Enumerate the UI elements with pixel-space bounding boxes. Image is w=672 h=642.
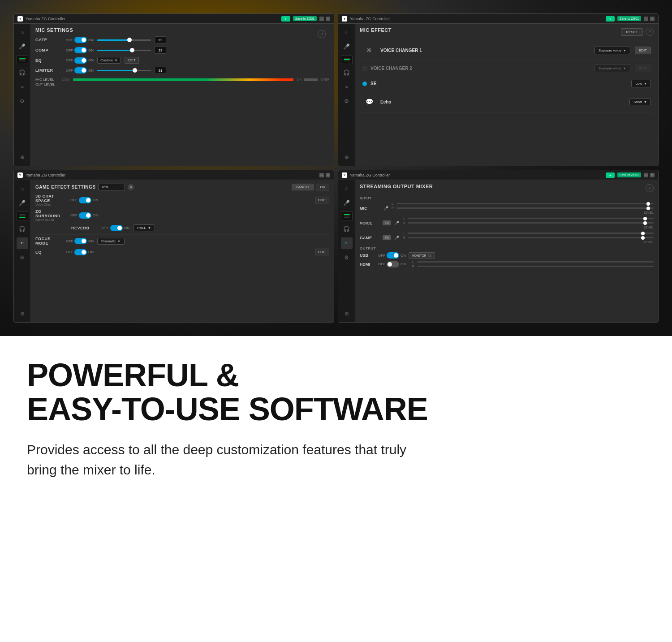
reverb-type-dropdown[interactable]: HALL ▼	[133, 224, 155, 231]
gate-toggle[interactable]	[74, 37, 87, 43]
gate-slider[interactable]	[97, 39, 151, 41]
game-mute-icon[interactable]: 🎤	[394, 235, 400, 241]
se-radio[interactable]	[362, 82, 367, 86]
echo-dropdown[interactable]: Short ▼	[629, 99, 651, 105]
clear-preset-btn[interactable]: ✕	[128, 184, 134, 190]
sidebar-bottom-1[interactable]: ⊕	[17, 151, 28, 163]
top-section: Y Yamaha ZG Controller ● Save to ZG01 — …	[0, 0, 672, 336]
voice-mute-icon[interactable]: 🎤	[394, 220, 400, 226]
hdmi-output-row: HDMI OFF ON L R	[360, 260, 654, 268]
sidebar-home-1[interactable]: ⌂	[17, 26, 28, 38]
se-dropdown[interactable]: Low ▼	[631, 80, 651, 87]
sidebar-settings-3[interactable]: ⚙	[17, 252, 28, 263]
close-btn-2[interactable]: ✕	[650, 17, 655, 21]
voice-l-slider[interactable]	[408, 218, 654, 219]
limiter-slider[interactable]	[97, 70, 151, 71]
voice-changer1-edit-btn[interactable]: EDIT	[635, 47, 651, 54]
game-l-slider[interactable]	[408, 233, 654, 234]
game-eq-toggle[interactable]	[74, 249, 87, 255]
preset-name-input[interactable]	[98, 184, 125, 190]
chat-toggle[interactable]	[79, 197, 91, 203]
sidebar-headphone-2[interactable]: 🎧	[341, 67, 353, 78]
voice-changer2-dropdown[interactable]: Soprano voice ▼	[594, 65, 630, 72]
minimize-btn-1[interactable]: —	[319, 17, 324, 21]
sidebar-home-4[interactable]: ⌂	[341, 183, 353, 194]
close-btn-1[interactable]: ✕	[326, 17, 330, 21]
minimize-btn-3[interactable]: —	[319, 173, 324, 177]
close-btn-3[interactable]: ✕	[326, 173, 330, 177]
eq-toggle[interactable]	[74, 57, 87, 64]
voice-r-row: R	[403, 221, 654, 224]
sidebar-headphone-1[interactable]: 🎧	[17, 67, 28, 78]
comp-slider[interactable]	[97, 50, 151, 51]
surround-labels: ZG SURROUND Game Sound	[35, 209, 67, 221]
voice-l-label: L	[403, 217, 406, 220]
focus-mode-dropdown[interactable]: Dramatic ▼	[97, 238, 125, 245]
game-r-slider[interactable]	[408, 237, 654, 238]
voice-r-slider[interactable]	[408, 222, 654, 224]
help-btn-4[interactable]: ?	[646, 184, 654, 192]
hdmi-l-slider[interactable]	[417, 261, 654, 263]
over-label: OVER	[320, 78, 329, 81]
surround-toggle-group: OFF ON	[70, 212, 98, 219]
yamaha-logo: Y	[17, 16, 23, 22]
window-controls-2: — ✕	[644, 17, 655, 21]
save-button-2[interactable]: Save to ZG01	[617, 16, 641, 21]
sidebar-headphone-4[interactable]: 🎧	[341, 223, 353, 235]
game-eq-edit-btn[interactable]: EDIT	[315, 249, 329, 255]
chat-edit-btn[interactable]: EDIT	[315, 197, 329, 203]
limiter-toggle[interactable]	[74, 67, 87, 73]
sidebar-bottom-3[interactable]: ⊕	[17, 308, 28, 319]
sidebar-settings-2[interactable]: ⚙	[341, 95, 353, 107]
reset-btn[interactable]: RESET	[621, 28, 643, 36]
cancel-btn[interactable]: CANCEL	[292, 184, 314, 190]
sidebar-mic-2[interactable]: 🎤	[341, 41, 353, 52]
sidebar-game-3[interactable]: ≈	[17, 237, 28, 249]
sidebar-eq-1[interactable]: ≈	[17, 81, 28, 93]
sidebar-home-3[interactable]: ⌂	[17, 183, 28, 194]
vc2-radio[interactable]	[362, 66, 367, 71]
usb-monitor-btn[interactable]: MONITOR 🎧	[409, 252, 435, 259]
sidebar-mic-1[interactable]: 🎤	[17, 41, 28, 52]
minimize-btn-2[interactable]: —	[644, 17, 648, 21]
panel-game-effect: Y Yamaha ZG Controller — ✕ ⌂ 🎤 🎧 ≈	[13, 170, 334, 323]
mic-l-slider[interactable]	[396, 203, 654, 204]
sidebar-mic-4[interactable]: 🎤	[341, 197, 353, 209]
output-section-label: OUTPUT	[360, 246, 654, 250]
sidebar-settings-4[interactable]: ⚙	[341, 252, 353, 263]
sidebar-settings-1[interactable]: ⚙	[17, 95, 28, 107]
mic-mute-icon[interactable]: 🎤	[383, 205, 389, 211]
low-label: LOW	[62, 78, 69, 81]
surround-toggle[interactable]	[79, 212, 91, 219]
levels-section: MIC LEVEL LOW OK OVER OUT LEVEL	[35, 78, 329, 86]
sidebar-eq-2[interactable]: ≈	[341, 81, 353, 93]
ok-btn[interactable]: OK	[316, 184, 329, 190]
help-btn-2[interactable]: ?	[646, 28, 654, 36]
close-btn-4[interactable]: ✕	[650, 173, 655, 177]
title-text-3: Yamaha ZG Controller	[26, 173, 317, 177]
minimize-btn-4[interactable]: —	[644, 173, 648, 177]
reverb-toggle[interactable]	[110, 225, 123, 231]
focus-toggle[interactable]	[74, 238, 87, 244]
comp-toggle[interactable]	[74, 47, 87, 53]
sidebar-bottom-2[interactable]: ⊕	[341, 151, 353, 163]
voice-changer1-dropdown[interactable]: Soprano voice ▼	[594, 47, 630, 54]
divider-1	[35, 234, 329, 235]
eq-custom-dropdown[interactable]: Custom ▼	[97, 57, 121, 64]
hdmi-toggle[interactable]	[387, 261, 399, 267]
eq-edit-btn[interactable]: EDIT	[125, 57, 139, 64]
game-fx-btn[interactable]: FX	[383, 235, 391, 240]
voice-fx-btn[interactable]: FX	[383, 220, 391, 225]
mic-r-slider[interactable]	[396, 207, 654, 209]
sidebar-mixer-4[interactable]: ≈	[341, 237, 353, 249]
sidebar-mic-3[interactable]: 🎤	[17, 197, 28, 209]
usb-toggle[interactable]	[387, 252, 399, 259]
sidebar-headphone-3[interactable]: 🎧	[17, 223, 28, 235]
hdmi-r-slider[interactable]	[417, 266, 654, 267]
sidebar-bottom-4[interactable]: ⊕	[341, 308, 353, 319]
save-button-4[interactable]: Save to ZG01	[617, 172, 641, 177]
sidebar-home-2[interactable]: ⌂	[341, 26, 353, 38]
panel-body-3: ⌂ 🎤 🎧 ≈ ⚙ ⊕ GAME EFFECT SETTINGS	[14, 180, 334, 322]
help-btn-1[interactable]: ?	[318, 30, 326, 38]
save-button-1[interactable]: Save to ZG01	[293, 16, 317, 21]
